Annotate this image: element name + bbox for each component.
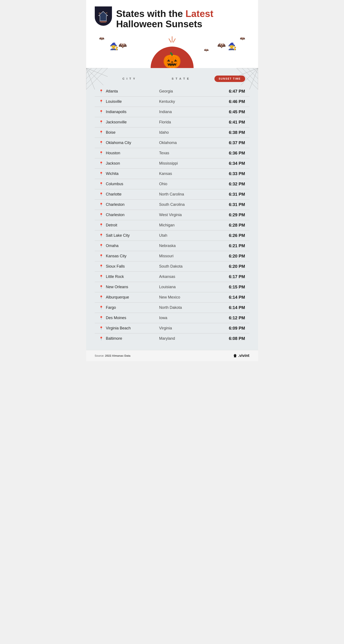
city-name-19: New Orleans <box>106 285 128 289</box>
row-state-5: Oklahoma <box>159 140 202 145</box>
title-part1: States with the <box>116 8 186 19</box>
row-state-21: North Dakota <box>159 305 202 310</box>
row-time-21: 6:14 PM <box>202 305 245 310</box>
row-time-1: 6:46 PM <box>202 99 245 104</box>
logo-badge: 🦇 🦇 <box>95 6 112 26</box>
row-city-14: 📍 Salt Lake City <box>99 233 159 238</box>
table-row: 📍 Charlotte North Carolina 6:31 PM <box>95 189 249 200</box>
svg-line-13 <box>237 68 258 76</box>
spiderweb-right-icon <box>234 68 258 92</box>
city-name-24: Baltimore <box>106 336 122 341</box>
row-city-12: 📍 Charleston <box>99 213 159 217</box>
table-row: 📍 Virginia Beach Virginia 6:09 PM <box>95 323 249 334</box>
pin-icon-17: 📍 <box>99 264 103 268</box>
table-row: 📍 Kansas City Missouri 6:20 PM <box>95 251 249 262</box>
row-time-14: 6:26 PM <box>202 233 245 238</box>
pin-icon-8: 📍 <box>99 172 103 176</box>
row-state-15: Nebraska <box>159 244 202 248</box>
table-row: 📍 Oklahoma City Oklahoma 6:37 PM <box>95 138 249 148</box>
source-text: Source: 2022 Almanac Data <box>95 354 130 357</box>
city-name-15: Omaha <box>106 244 119 248</box>
row-state-16: Missouri <box>159 254 202 258</box>
table-rows-container: 📍 Atlanta Georgia 6:47 PM 📍 Louisville K… <box>95 86 249 344</box>
row-city-13: 📍 Detroit <box>99 223 159 228</box>
row-state-9: Ohio <box>159 182 202 186</box>
table-row: 📍 Fargo North Dakota 6:14 PM <box>95 302 249 313</box>
pin-icon-24: 📍 <box>99 336 103 340</box>
row-time-23: 6:09 PM <box>202 326 245 331</box>
witch-icon-right: 🧙 <box>228 42 237 50</box>
row-state-19: Louisiana <box>159 285 202 289</box>
bat-icon-1: 🦇 <box>99 36 104 41</box>
city-name-12: Charleston <box>106 213 125 217</box>
row-time-18: 6:17 PM <box>202 274 245 279</box>
table-row: 📍 Sioux Falls South Dakota 6:20 PM <box>95 262 249 272</box>
svg-text:🦇: 🦇 <box>98 12 101 14</box>
row-city-20: 📍 Alburquerque <box>99 295 159 300</box>
row-city-10: 📍 Charlotte <box>99 192 159 196</box>
city-name-23: Virginia Beach <box>106 326 131 330</box>
row-city-9: 📍 Columbus <box>99 182 159 186</box>
row-time-6: 6:36 PM <box>202 151 245 156</box>
city-name-18: Little Rock <box>106 274 124 279</box>
row-time-2: 6:45 PM <box>202 110 245 114</box>
city-name-2: Indianapolis <box>106 110 126 114</box>
pin-icon-3: 📍 <box>99 120 103 124</box>
city-name-11: Charleston <box>106 202 125 207</box>
pin-icon-12: 📍 <box>99 213 103 217</box>
pumpkin-icon: 🎃 <box>163 52 181 68</box>
row-city-16: 📍 Kansas City <box>99 254 159 258</box>
row-time-19: 6:15 PM <box>202 284 245 290</box>
city-name-13: Detroit <box>106 223 117 228</box>
row-time-16: 6:20 PM <box>202 254 245 258</box>
row-city-22: 📍 Des Moines <box>99 316 159 320</box>
city-name-7: Jackson <box>106 161 120 166</box>
vivint-house-icon <box>233 354 237 358</box>
city-name-21: Fargo <box>106 305 116 310</box>
pin-icon-2: 📍 <box>99 110 103 114</box>
row-city-17: 📍 Sioux Falls <box>99 264 159 269</box>
table-row: 📍 Alburquerque New Mexico 6:14 PM <box>95 292 249 302</box>
row-city-3: 📍 Jacksonville <box>99 120 159 124</box>
row-state-1: Kentucky <box>159 99 202 104</box>
row-city-23: 📍 Virginia Beach <box>99 326 159 330</box>
bat-icon-3: 🦇 <box>240 36 245 41</box>
row-state-4: Idaho <box>159 130 202 135</box>
pin-icon-21: 📍 <box>99 306 103 310</box>
row-time-5: 6:37 PM <box>202 140 245 145</box>
svg-text:🦇: 🦇 <box>105 12 108 14</box>
table-row: 📍 Detroit Michigan 6:28 PM <box>95 220 249 230</box>
row-city-11: 📍 Charleston <box>99 202 159 207</box>
source-value: 2022 Almanac Data <box>105 354 130 357</box>
city-name-6: Houston <box>106 151 120 155</box>
row-city-6: 📍 Houston <box>99 151 159 155</box>
city-name-17: Sioux Falls <box>106 264 125 269</box>
header-section: 🦇 🦇 States with the Latest Halloween Sun… <box>86 0 258 30</box>
row-state-11: South Carolina <box>159 202 202 207</box>
table-row: 📍 Salt Lake City Utah 6:26 PM <box>95 230 249 241</box>
city-name-20: Alburquerque <box>106 295 129 300</box>
table-row: 📍 Houston Texas 6:36 PM <box>95 148 249 158</box>
row-state-24: Maryland <box>159 336 202 341</box>
row-city-5: 📍 Oklahoma City <box>99 140 159 145</box>
row-city-2: 📍 Indianapolis <box>99 110 159 114</box>
pin-icon-1: 📍 <box>99 100 103 104</box>
table-row: 📍 Jackson Mississippi 6:34 PM <box>95 158 249 169</box>
pin-icon-18: 📍 <box>99 275 103 279</box>
table-row: 📍 Louisville Kentucky 6:46 PM <box>95 96 249 107</box>
table-row: 📍 Des Moines Iowa 6:12 PM <box>95 313 249 323</box>
row-state-3: Florida <box>159 120 202 124</box>
row-time-17: 6:20 PM <box>202 264 245 269</box>
row-time-22: 6:12 PM <box>202 316 245 320</box>
row-state-23: Virginia <box>159 326 202 330</box>
footer-section: Source: 2022 Almanac Data .vivint <box>86 350 258 361</box>
row-time-15: 6:21 PM <box>202 243 245 248</box>
pin-icon-20: 📍 <box>99 295 103 299</box>
row-time-4: 6:38 PM <box>202 130 245 135</box>
row-city-21: 📍 Fargo <box>99 305 159 310</box>
table-row: 📍 Baltimore Maryland 6:08 PM <box>95 334 249 344</box>
city-name-5: Oklahoma City <box>106 140 131 145</box>
row-state-10: North Carolina <box>159 192 202 196</box>
row-state-14: Utah <box>159 233 202 238</box>
table-row: 📍 Little Rock Arkansas 6:17 PM <box>95 272 249 282</box>
